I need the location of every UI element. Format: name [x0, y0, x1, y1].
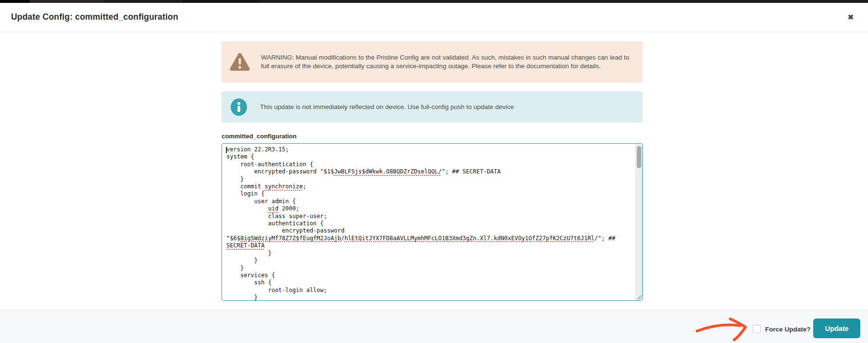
warning-text: WARNING: Manual modifications to the Pri… [261, 53, 630, 70]
dialog-title: Update Config: committed_configuration [11, 12, 178, 22]
text-caret [226, 147, 227, 153]
warning-banner: WARNING: Manual modifications to the Pri… [222, 41, 643, 83]
annotation-arrow-icon [695, 316, 749, 342]
dialog-body: WARNING: Manual modifications to the Pri… [222, 32, 643, 301]
scrollbar-thumb[interactable] [637, 146, 641, 168]
info-circle-icon [230, 98, 248, 116]
dialog-footer: Force Update? Update [0, 310, 868, 343]
info-banner: This update is not immediately reflected… [222, 91, 643, 122]
close-icon[interactable]: ✖ [845, 12, 856, 23]
force-update-checkbox[interactable] [753, 325, 761, 333]
info-text: This update is not immediately reflected… [260, 103, 514, 111]
scrollbar[interactable] [635, 144, 642, 300]
force-update-label[interactable]: Force Update? [765, 326, 811, 333]
config-field-label: committed_configuration [222, 133, 643, 140]
config-textarea[interactable]: version 22.2R3.15; system { root-authent… [222, 143, 643, 301]
dialog-header: Update Config: committed_configuration ✖ [0, 3, 868, 32]
config-text[interactable]: version 22.2R3.15; system { root-authent… [222, 144, 635, 300]
resize-handle-icon[interactable] [636, 294, 642, 300]
warning-triangle-icon [229, 52, 250, 72]
update-button[interactable]: Update [813, 318, 860, 338]
